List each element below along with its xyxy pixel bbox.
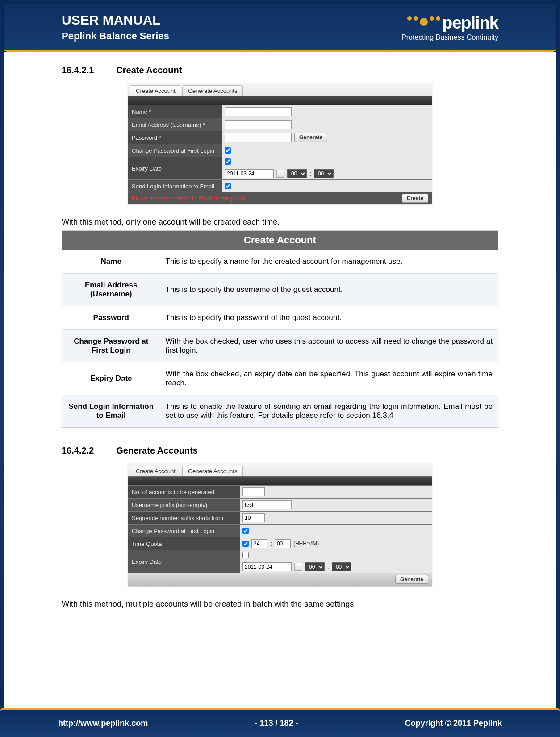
row-desc: This is to enable the feature of sending… [160, 395, 498, 428]
email-input[interactable] [225, 120, 292, 129]
footer-copyright: Copyright © 2011 Peplink [405, 719, 502, 728]
header-left: USER MANUAL Peplink Balance Series [62, 12, 169, 42]
row-desc: This is to specify the username of the g… [160, 274, 498, 306]
section-number: 16.4.2.1 [62, 65, 94, 75]
time-quota-checkbox[interactable] [242, 541, 249, 547]
section-heading-2: 16.4.2.2 Generate Accounts [62, 446, 498, 456]
ui-header-bar [128, 476, 432, 485]
logo-dots-icon [407, 16, 440, 24]
doc-title: USER MANUAL [62, 12, 169, 28]
create-account-ui: Create Account Generate Accounts Name * … [128, 83, 432, 204]
time-colon: : [270, 540, 272, 547]
expiry-checkbox[interactable] [242, 552, 249, 558]
username-prefix-input[interactable] [242, 500, 292, 509]
label-email: Email Address (Username) * [128, 120, 222, 130]
brand-logo: peplink [401, 13, 498, 33]
generate-accounts-ui: Create Account Generate Accounts No. of … [128, 464, 432, 586]
row-label: Change Password at First Login [62, 330, 160, 362]
change-password-checkbox[interactable] [225, 147, 231, 154]
expiry-hour-select[interactable]: 00 [287, 169, 307, 178]
label-time-quota: Time Quota [128, 539, 240, 549]
label-seq-start: Sequence number suffix starts from [128, 513, 240, 523]
calendar-icon[interactable] [276, 170, 284, 178]
num-accounts-input[interactable] [242, 487, 265, 496]
password-input[interactable] [225, 133, 292, 142]
expiry-checkbox[interactable] [225, 158, 231, 165]
label-change-password: Change Password at First Login [128, 526, 240, 536]
label-username-prefix: Username prefix (non-empty) [128, 500, 240, 510]
brand-name: peplink [442, 13, 498, 33]
label-send-login: Send Login Information to Email [128, 181, 222, 192]
row-label: Expiry Date [62, 362, 160, 395]
section-title: Generate Accounts [116, 446, 198, 456]
section2-intro: With this method, multiple accounts will… [62, 600, 498, 609]
table-title: Create Account [62, 231, 498, 250]
page-body: 16.4.2.1 Create Account Create Account G… [4, 52, 556, 712]
time-quota-hours-input[interactable] [251, 539, 267, 548]
doc-subtitle: Peplink Balance Series [62, 30, 169, 42]
row-desc: This is to specify the password of the g… [160, 306, 498, 330]
ui-header-bar [128, 96, 432, 105]
expiry-hour-select[interactable]: 00 [305, 562, 325, 571]
time-colon: : [309, 170, 311, 177]
row-label: Send Login Information to Email [62, 395, 160, 428]
name-input[interactable] [225, 107, 292, 116]
brand-tagline: Protecting Business Continuity [401, 33, 498, 42]
time-quota-format: (HHH:MM) [293, 541, 319, 547]
expiry-date-input[interactable] [242, 562, 292, 571]
footer-page: - 113 / 182 - [255, 719, 298, 728]
tab-create-account[interactable]: Create Account [130, 466, 181, 476]
row-desc: This is to specify a name for the create… [160, 250, 498, 274]
label-password: Password * [128, 133, 222, 143]
label-change-password: Change Password at First Login [128, 146, 222, 156]
section-title: Create Account [116, 65, 182, 75]
tab-create-account[interactable]: Create Account [130, 85, 181, 96]
label-expiry-date: Expiry Date [128, 163, 222, 174]
tab-generate-accounts[interactable]: Generate Accounts [182, 85, 243, 96]
label-num-accounts: No. of accounts to be generated [128, 487, 240, 497]
row-desc: With the box checked, user who uses this… [160, 330, 498, 362]
email-settings-warning: Please update settings in Email Settings… [132, 195, 247, 202]
calendar-icon[interactable] [294, 563, 302, 571]
expiry-min-select[interactable]: 00 [332, 562, 351, 571]
row-desc: With the box checked, an expiry date can… [160, 362, 498, 395]
footer-url: http://www.peplink.com [58, 719, 148, 728]
change-password-checkbox[interactable] [242, 528, 249, 534]
seq-start-input[interactable] [242, 513, 265, 522]
section1-intro: With this method, only one account will … [62, 217, 498, 227]
time-colon: : [327, 563, 329, 570]
create-account-desc-table: Create Account Name This is to specify a… [62, 230, 498, 428]
section-heading-1: 16.4.2.1 Create Account [62, 65, 498, 75]
tab-generate-accounts[interactable]: Generate Accounts [182, 466, 243, 476]
create-button[interactable]: Create [402, 194, 428, 203]
label-name: Name * [128, 107, 222, 117]
time-quota-mins-input[interactable] [275, 539, 291, 548]
label-expiry-date: Expiry Date [128, 557, 240, 567]
expiry-min-select[interactable]: 00 [314, 169, 334, 178]
footer-bar: http://www.peplink.com - 113 / 182 - Cop… [0, 708, 560, 737]
row-label: Password [62, 306, 160, 330]
expiry-date-input[interactable] [225, 169, 274, 178]
page-frame: USER MANUAL Peplink Balance Series pepli… [0, 0, 560, 737]
section-number: 16.4.2.2 [62, 446, 94, 456]
header-bar: USER MANUAL Peplink Balance Series pepli… [4, 4, 556, 52]
generate-password-button[interactable]: Generate [294, 133, 327, 142]
send-login-checkbox[interactable] [225, 183, 231, 189]
generate-button[interactable]: Generate [395, 575, 428, 584]
header-right: peplink Protecting Business Continuity [401, 13, 498, 42]
row-label: Name [62, 250, 160, 274]
row-label: Email Address (Username) [62, 274, 160, 306]
